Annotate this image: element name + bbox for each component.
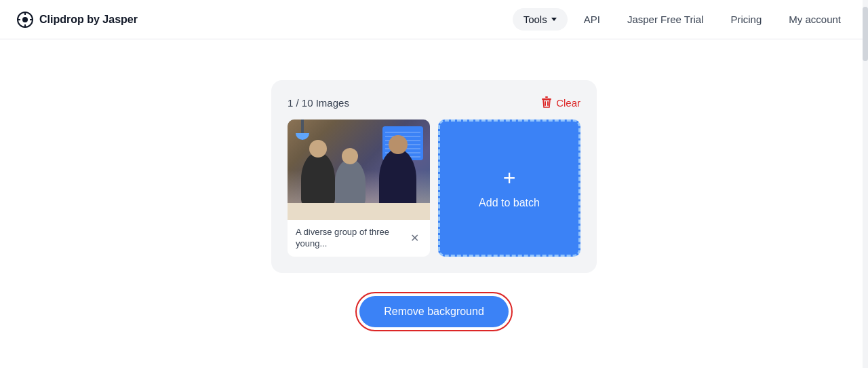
jasper-trial-link[interactable]: Jasper Free Trial	[616, 8, 715, 31]
trash-icon	[541, 96, 552, 109]
image-card: A diverse group of three young... ✕	[288, 119, 430, 257]
person2-silhouette	[335, 159, 366, 206]
image-caption-row: A diverse group of three young... ✕	[288, 220, 430, 257]
header-nav: Tools API Jasper Free Trial Pricing My a…	[513, 8, 852, 31]
tools-label: Tools	[524, 14, 547, 25]
image-count-label: 1 / 10 Images	[288, 97, 349, 109]
clear-label: Clear	[556, 97, 580, 109]
clipdrop-logo-icon	[16, 11, 34, 29]
pricing-link[interactable]: Pricing	[719, 8, 772, 31]
logo-text: Clipdrop by Jasper	[39, 14, 138, 26]
svg-rect-9	[545, 96, 548, 98]
logo-area: Clipdrop by Jasper	[16, 11, 138, 29]
header: Clipdrop by Jasper Tools API Jasper Free…	[0, 0, 868, 39]
remove-background-button[interactable]: Remove background	[359, 296, 509, 327]
svg-rect-6	[545, 101, 546, 106]
person1-silhouette	[301, 152, 335, 206]
lamp-decoration	[301, 119, 304, 140]
chevron-down-icon	[551, 18, 557, 21]
main-content: 1 / 10 Images Clear	[0, 39, 868, 331]
my-account-link[interactable]: My account	[778, 8, 852, 31]
batch-card: 1 / 10 Images Clear	[271, 80, 597, 273]
plus-icon: +	[503, 167, 516, 189]
table-surface	[288, 203, 430, 220]
image-preview	[288, 119, 430, 220]
person3-silhouette	[379, 149, 416, 210]
remove-image-button[interactable]: ✕	[408, 232, 422, 245]
card-header: 1 / 10 Images Clear	[288, 96, 580, 109]
svg-point-1	[22, 17, 28, 22]
scrollbar-thumb[interactable]	[863, 7, 868, 61]
api-link[interactable]: API	[573, 8, 611, 31]
remove-background-wrapper: Remove background	[355, 292, 513, 331]
add-batch-label: Add to batch	[479, 197, 540, 209]
image-caption-text: A diverse group of three young...	[296, 227, 408, 250]
images-grid: A diverse group of three young... ✕ + Ad…	[288, 119, 580, 257]
scrollbar-track	[863, 0, 868, 368]
clear-button[interactable]: Clear	[541, 96, 580, 109]
svg-rect-7	[547, 101, 549, 106]
add-to-batch-card[interactable]: + Add to batch	[438, 119, 580, 257]
photo-simulation	[288, 119, 430, 220]
tools-dropdown-button[interactable]: Tools	[513, 8, 568, 31]
